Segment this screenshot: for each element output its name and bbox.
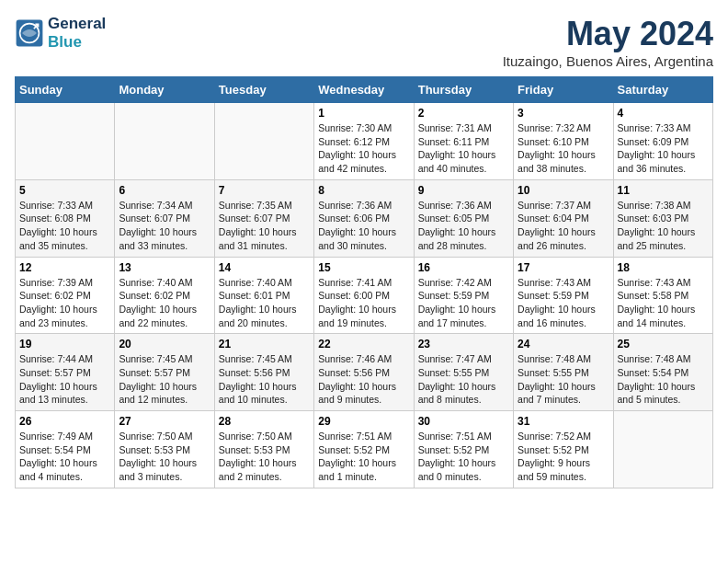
day-header-friday: Friday: [514, 77, 613, 103]
day-info: Sunrise: 7:40 AMSunset: 6:02 PMDaylight:…: [119, 276, 210, 330]
week-row-2: 5Sunrise: 7:33 AMSunset: 6:08 PMDaylight…: [16, 179, 713, 257]
header: General Blue May 2024 Ituzaingo, Buenos …: [15, 15, 713, 69]
day-number: 26: [19, 415, 110, 428]
day-number: 21: [219, 338, 310, 350]
calendar-cell: 22Sunrise: 7:46 AMSunset: 5:56 PMDayligh…: [314, 334, 414, 411]
day-info: Sunrise: 7:51 AMSunset: 5:52 PMDaylight:…: [318, 430, 409, 484]
calendar-cell: 12Sunrise: 7:39 AMSunset: 6:02 PMDayligh…: [16, 257, 115, 334]
day-number: 2: [418, 107, 509, 120]
day-number: 15: [318, 261, 409, 274]
calendar-cell: 23Sunrise: 7:47 AMSunset: 5:55 PMDayligh…: [414, 334, 513, 411]
calendar-cell: 30Sunrise: 7:51 AMSunset: 5:52 PMDayligh…: [414, 411, 513, 488]
day-header-thursday: Thursday: [414, 77, 513, 103]
day-number: 18: [618, 261, 709, 274]
day-number: 4: [618, 107, 709, 120]
day-info: Sunrise: 7:50 AMSunset: 5:53 PMDaylight:…: [219, 430, 310, 484]
calendar-cell: 28Sunrise: 7:50 AMSunset: 5:53 PMDayligh…: [214, 411, 313, 488]
title-block: May 2024 Ituzaingo, Buenos Aires, Argent…: [503, 15, 713, 69]
day-number: 23: [418, 338, 509, 350]
day-number: 13: [119, 261, 210, 274]
day-number: 20: [119, 338, 210, 350]
day-info: Sunrise: 7:43 AMSunset: 5:59 PMDaylight:…: [518, 276, 609, 330]
day-info: Sunrise: 7:32 AMSunset: 6:10 PMDaylight:…: [518, 121, 609, 176]
day-number: 22: [318, 338, 409, 350]
day-header-sunday: Sunday: [16, 77, 115, 103]
calendar-cell: 3Sunrise: 7:32 AMSunset: 6:10 PMDaylight…: [514, 103, 613, 180]
subtitle: Ituzaingo, Buenos Aires, Argentina: [503, 53, 713, 69]
day-number: 17: [518, 261, 609, 274]
calendar-cell: [115, 103, 214, 180]
calendar-cell: 10Sunrise: 7:37 AMSunset: 6:04 PMDayligh…: [514, 179, 613, 257]
day-number: 16: [418, 261, 509, 274]
calendar-cell: [16, 103, 115, 180]
day-info: Sunrise: 7:40 AMSunset: 6:01 PMDaylight:…: [219, 276, 310, 330]
calendar-cell: 1Sunrise: 7:30 AMSunset: 6:12 PMDaylight…: [314, 103, 414, 180]
calendar-cell: 16Sunrise: 7:42 AMSunset: 5:59 PMDayligh…: [414, 257, 513, 334]
calendar-cell: 14Sunrise: 7:40 AMSunset: 6:01 PMDayligh…: [214, 257, 313, 334]
calendar-cell: 7Sunrise: 7:35 AMSunset: 6:07 PMDaylight…: [214, 179, 313, 257]
day-number: 24: [518, 338, 609, 350]
day-info: Sunrise: 7:37 AMSunset: 6:04 PMDaylight:…: [518, 199, 609, 253]
calendar-cell: 19Sunrise: 7:44 AMSunset: 5:57 PMDayligh…: [16, 334, 115, 411]
day-info: Sunrise: 7:34 AMSunset: 6:07 PMDaylight:…: [119, 199, 210, 253]
calendar-cell: 26Sunrise: 7:49 AMSunset: 5:54 PMDayligh…: [16, 411, 115, 488]
week-row-1: 1Sunrise: 7:30 AMSunset: 6:12 PMDaylight…: [16, 103, 713, 180]
calendar-cell: 8Sunrise: 7:36 AMSunset: 6:06 PMDaylight…: [314, 179, 414, 257]
day-number: 11: [618, 184, 709, 197]
day-number: 10: [518, 184, 609, 197]
day-header-tuesday: Tuesday: [214, 77, 313, 103]
calendar-cell: 31Sunrise: 7:52 AMSunset: 5:52 PMDayligh…: [514, 411, 613, 488]
day-number: 14: [219, 261, 310, 274]
calendar-cell: 27Sunrise: 7:50 AMSunset: 5:53 PMDayligh…: [115, 411, 214, 488]
day-number: 19: [19, 338, 110, 350]
calendar-cell: 13Sunrise: 7:40 AMSunset: 6:02 PMDayligh…: [115, 257, 214, 334]
logo-text: General Blue: [48, 15, 106, 52]
day-number: 6: [119, 184, 210, 197]
day-info: Sunrise: 7:44 AMSunset: 5:57 PMDaylight:…: [19, 352, 110, 407]
calendar-cell: 24Sunrise: 7:48 AMSunset: 5:55 PMDayligh…: [514, 334, 613, 411]
day-number: 31: [518, 415, 609, 428]
day-header-wednesday: Wednesday: [314, 77, 414, 103]
day-number: 29: [318, 415, 409, 428]
calendar-cell: 25Sunrise: 7:48 AMSunset: 5:54 PMDayligh…: [613, 334, 712, 411]
day-info: Sunrise: 7:47 AMSunset: 5:55 PMDaylight:…: [418, 352, 509, 407]
day-info: Sunrise: 7:41 AMSunset: 6:00 PMDaylight:…: [318, 276, 409, 330]
calendar-cell: 6Sunrise: 7:34 AMSunset: 6:07 PMDaylight…: [115, 179, 214, 257]
day-info: Sunrise: 7:52 AMSunset: 5:52 PMDaylight:…: [518, 430, 609, 484]
calendar-cell: 11Sunrise: 7:38 AMSunset: 6:03 PMDayligh…: [613, 179, 712, 257]
day-number: 5: [19, 184, 110, 197]
day-info: Sunrise: 7:42 AMSunset: 5:59 PMDaylight:…: [418, 276, 509, 330]
main-title: May 2024: [503, 15, 713, 53]
day-info: Sunrise: 7:51 AMSunset: 5:52 PMDaylight:…: [418, 430, 509, 484]
calendar-cell: 29Sunrise: 7:51 AMSunset: 5:52 PMDayligh…: [314, 411, 414, 488]
calendar-cell: 17Sunrise: 7:43 AMSunset: 5:59 PMDayligh…: [514, 257, 613, 334]
day-number: 30: [418, 415, 509, 428]
calendar-cell: 9Sunrise: 7:36 AMSunset: 6:05 PMDaylight…: [414, 179, 513, 257]
calendar-cell: [214, 103, 313, 180]
week-row-3: 12Sunrise: 7:39 AMSunset: 6:02 PMDayligh…: [16, 257, 713, 334]
day-number: 1: [318, 107, 409, 120]
day-info: Sunrise: 7:46 AMSunset: 5:56 PMDaylight:…: [318, 352, 409, 407]
logo: General Blue: [15, 15, 106, 52]
day-info: Sunrise: 7:49 AMSunset: 5:54 PMDaylight:…: [19, 430, 110, 484]
day-number: 27: [119, 415, 210, 428]
day-info: Sunrise: 7:39 AMSunset: 6:02 PMDaylight:…: [19, 276, 110, 330]
week-row-5: 26Sunrise: 7:49 AMSunset: 5:54 PMDayligh…: [16, 411, 713, 488]
day-info: Sunrise: 7:31 AMSunset: 6:11 PMDaylight:…: [418, 121, 509, 176]
day-info: Sunrise: 7:43 AMSunset: 5:58 PMDaylight:…: [618, 276, 709, 330]
calendar-cell: 20Sunrise: 7:45 AMSunset: 5:57 PMDayligh…: [115, 334, 214, 411]
day-info: Sunrise: 7:30 AMSunset: 6:12 PMDaylight:…: [318, 121, 409, 176]
day-info: Sunrise: 7:38 AMSunset: 6:03 PMDaylight:…: [618, 199, 709, 253]
day-info: Sunrise: 7:33 AMSunset: 6:09 PMDaylight:…: [618, 121, 709, 176]
day-number: 3: [518, 107, 609, 120]
day-header-saturday: Saturday: [613, 77, 712, 103]
calendar-table: SundayMondayTuesdayWednesdayThursdayFrid…: [15, 76, 713, 488]
day-header-monday: Monday: [115, 77, 214, 103]
day-info: Sunrise: 7:35 AMSunset: 6:07 PMDaylight:…: [219, 199, 310, 253]
day-info: Sunrise: 7:48 AMSunset: 5:55 PMDaylight:…: [518, 352, 609, 407]
calendar-cell: 18Sunrise: 7:43 AMSunset: 5:58 PMDayligh…: [613, 257, 712, 334]
day-info: Sunrise: 7:33 AMSunset: 6:08 PMDaylight:…: [19, 199, 110, 253]
calendar-cell: 21Sunrise: 7:45 AMSunset: 5:56 PMDayligh…: [214, 334, 313, 411]
calendar-cell: 4Sunrise: 7:33 AMSunset: 6:09 PMDaylight…: [613, 103, 712, 180]
calendar-cell: 5Sunrise: 7:33 AMSunset: 6:08 PMDaylight…: [16, 179, 115, 257]
